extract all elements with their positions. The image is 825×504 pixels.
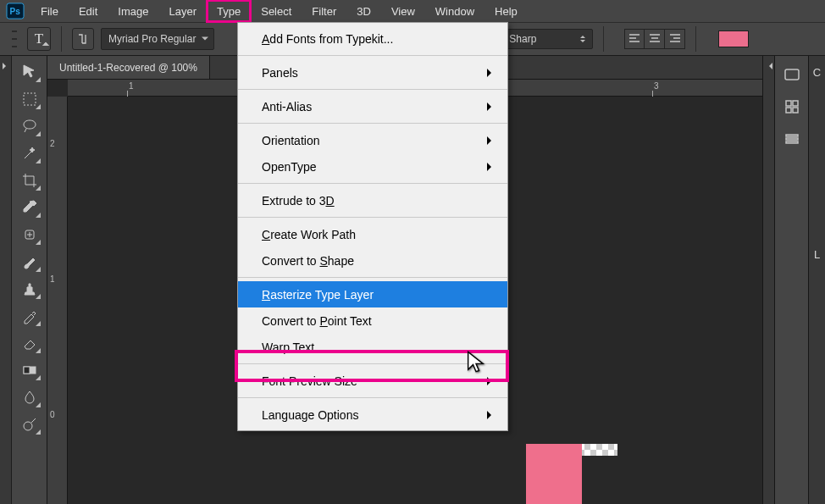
menu-item-orientation[interactable]: Orientation xyxy=(238,127,507,153)
menu-item-add-fonts-from-typekit[interactable]: Add Fonts from Typekit... xyxy=(238,25,507,52)
eraser-tool[interactable] xyxy=(18,332,42,354)
align-right-button[interactable] xyxy=(665,29,685,49)
svg-point-6 xyxy=(24,422,32,430)
type-tool-indicator[interactable]: T xyxy=(27,27,51,51)
svg-rect-5 xyxy=(24,367,30,374)
menu-help[interactable]: Help xyxy=(484,0,528,22)
menu-view[interactable]: View xyxy=(381,0,425,22)
menu-item-convert-to-shape[interactable]: Convert to Shape xyxy=(238,247,507,274)
move-tool[interactable] xyxy=(18,61,42,83)
font-family-select[interactable]: Myriad Pro Regular xyxy=(101,28,214,50)
brush-tool[interactable] xyxy=(18,251,42,273)
menu-separator xyxy=(238,55,507,56)
app-logo: Ps xyxy=(0,3,30,19)
right-panel-tabs: C L xyxy=(808,56,825,504)
blur-tool[interactable] xyxy=(18,386,42,408)
menu-separator xyxy=(238,183,507,184)
menu-window[interactable]: Window xyxy=(425,0,484,22)
menu-item-anti-alias[interactable]: Anti-Alias xyxy=(238,93,507,119)
menu-item-convert-to-point-text[interactable]: Convert to Point Text xyxy=(238,307,507,334)
menu-item-extrude-to-3d[interactable]: Extrude to 3D xyxy=(238,187,507,213)
libraries-panel-icon[interactable] xyxy=(782,129,802,149)
history-brush-tool[interactable] xyxy=(18,305,42,327)
color-panel-icon[interactable] xyxy=(782,64,802,85)
align-center-button[interactable] xyxy=(645,29,665,49)
svg-rect-9 xyxy=(793,101,798,106)
menu-layer[interactable]: Layer xyxy=(159,0,208,22)
eyedropper-tool[interactable] xyxy=(18,197,42,219)
menu-filter[interactable]: Filter xyxy=(302,0,346,22)
options-grip[interactable] xyxy=(12,28,17,50)
document-tab[interactable]: Untitled-1-Recovered @ 100% xyxy=(47,56,210,79)
svg-rect-2 xyxy=(24,93,36,105)
tools-panel xyxy=(12,56,47,504)
menu-separator xyxy=(238,277,507,278)
menu-image[interactable]: Image xyxy=(108,0,158,22)
menu-bar: Ps File Edit Image Layer Type Select Fil… xyxy=(0,0,825,22)
text-align-group xyxy=(624,29,685,49)
menu-item-language-options[interactable]: Language Options xyxy=(238,402,507,428)
menu-type[interactable]: Type xyxy=(207,0,251,22)
lasso-tool[interactable] xyxy=(18,115,42,137)
menu-edit[interactable]: Edit xyxy=(69,0,108,22)
healing-brush-tool[interactable] xyxy=(18,224,42,246)
menu-item-opentype[interactable]: OpenType xyxy=(238,153,507,180)
panel-tab-c[interactable]: C xyxy=(813,66,821,79)
svg-rect-11 xyxy=(793,108,798,113)
transparency-checker xyxy=(579,444,617,456)
marquee-tool[interactable] xyxy=(18,88,42,110)
menu-item-create-work-path[interactable]: Create Work Path xyxy=(238,221,507,247)
text-orientation-toggle[interactable] xyxy=(72,28,94,50)
menu-select[interactable]: Select xyxy=(251,0,302,22)
swatches-panel-icon[interactable] xyxy=(782,97,802,117)
menu-separator xyxy=(238,397,507,398)
text-color-swatch[interactable] xyxy=(718,30,749,47)
menu-file[interactable]: File xyxy=(30,0,69,22)
divider xyxy=(603,26,604,52)
clone-stamp-tool[interactable] xyxy=(18,278,42,300)
divider xyxy=(695,26,696,52)
canvas-pink-shape xyxy=(526,444,582,504)
left-gutter[interactable] xyxy=(0,56,12,504)
menu-separator xyxy=(238,123,507,124)
right-gutter[interactable] xyxy=(762,56,774,504)
gradient-tool[interactable] xyxy=(18,359,42,381)
menu-item-rasterize-type-layer[interactable]: Rasterize Type Layer xyxy=(238,281,507,307)
svg-text:Ps: Ps xyxy=(10,7,21,16)
svg-rect-8 xyxy=(786,101,791,106)
crop-tool[interactable] xyxy=(18,169,42,191)
divider xyxy=(61,26,62,52)
magic-wand-tool[interactable] xyxy=(18,142,42,164)
antialias-select[interactable]: Sharp xyxy=(501,29,593,49)
menu-separator xyxy=(238,89,507,90)
menu-separator xyxy=(238,217,507,218)
svg-rect-7 xyxy=(785,69,799,80)
menu-item-panels[interactable]: Panels xyxy=(238,59,507,86)
dodge-tool[interactable] xyxy=(18,413,42,435)
ruler-vertical[interactable]: 2 1 0 xyxy=(47,97,68,504)
svg-rect-10 xyxy=(786,108,791,113)
right-collapsed-panels xyxy=(774,56,808,504)
align-left-button[interactable] xyxy=(624,29,645,49)
menu-3d[interactable]: 3D xyxy=(346,0,381,22)
panel-tab-l[interactable]: L xyxy=(814,248,820,261)
cursor-icon xyxy=(466,350,486,374)
antialias-value: Sharp xyxy=(509,33,536,45)
